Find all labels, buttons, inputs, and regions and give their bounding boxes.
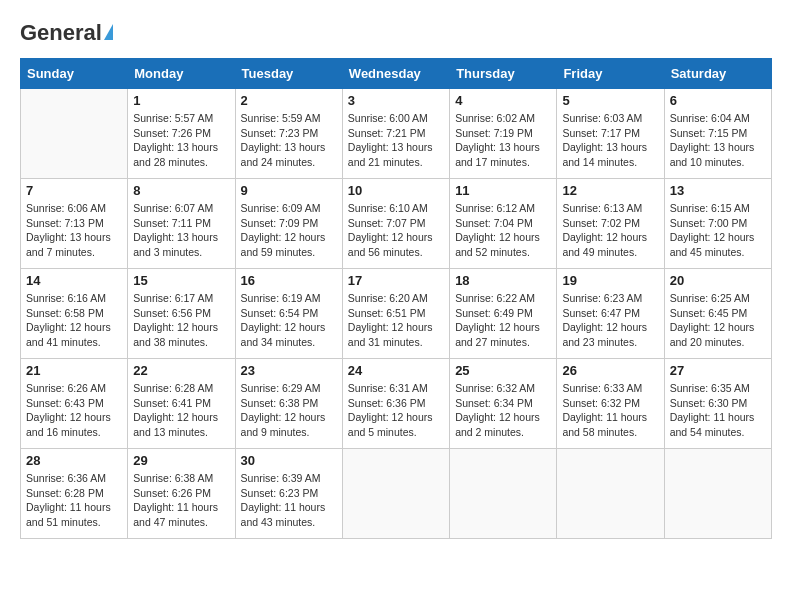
day-number: 26 [562,363,658,378]
day-number: 13 [670,183,766,198]
day-info: Sunrise: 6:35 AM Sunset: 6:30 PM Dayligh… [670,381,766,440]
day-info: Sunrise: 6:36 AM Sunset: 6:28 PM Dayligh… [26,471,122,530]
day-info: Sunrise: 6:38 AM Sunset: 6:26 PM Dayligh… [133,471,229,530]
day-info: Sunrise: 6:33 AM Sunset: 6:32 PM Dayligh… [562,381,658,440]
day-cell: 15Sunrise: 6:17 AM Sunset: 6:56 PM Dayli… [128,269,235,359]
day-number: 19 [562,273,658,288]
week-row-4: 21Sunrise: 6:26 AM Sunset: 6:43 PM Dayli… [21,359,772,449]
header-monday: Monday [128,59,235,89]
day-cell: 23Sunrise: 6:29 AM Sunset: 6:38 PM Dayli… [235,359,342,449]
day-info: Sunrise: 6:26 AM Sunset: 6:43 PM Dayligh… [26,381,122,440]
day-number: 22 [133,363,229,378]
day-info: Sunrise: 6:39 AM Sunset: 6:23 PM Dayligh… [241,471,337,530]
day-info: Sunrise: 6:29 AM Sunset: 6:38 PM Dayligh… [241,381,337,440]
day-cell: 8Sunrise: 6:07 AM Sunset: 7:11 PM Daylig… [128,179,235,269]
day-number: 20 [670,273,766,288]
day-number: 27 [670,363,766,378]
day-number: 17 [348,273,444,288]
day-info: Sunrise: 5:59 AM Sunset: 7:23 PM Dayligh… [241,111,337,170]
day-cell [342,449,449,539]
day-cell: 14Sunrise: 6:16 AM Sunset: 6:58 PM Dayli… [21,269,128,359]
header-friday: Friday [557,59,664,89]
day-info: Sunrise: 6:20 AM Sunset: 6:51 PM Dayligh… [348,291,444,350]
day-cell: 1Sunrise: 5:57 AM Sunset: 7:26 PM Daylig… [128,89,235,179]
day-cell [21,89,128,179]
day-number: 9 [241,183,337,198]
day-number: 16 [241,273,337,288]
day-number: 11 [455,183,551,198]
day-number: 12 [562,183,658,198]
day-info: Sunrise: 6:06 AM Sunset: 7:13 PM Dayligh… [26,201,122,260]
header-thursday: Thursday [450,59,557,89]
day-cell: 24Sunrise: 6:31 AM Sunset: 6:36 PM Dayli… [342,359,449,449]
day-info: Sunrise: 6:16 AM Sunset: 6:58 PM Dayligh… [26,291,122,350]
logo-general-text: General [20,20,102,46]
day-info: Sunrise: 6:09 AM Sunset: 7:09 PM Dayligh… [241,201,337,260]
day-cell: 9Sunrise: 6:09 AM Sunset: 7:09 PM Daylig… [235,179,342,269]
day-number: 6 [670,93,766,108]
day-info: Sunrise: 6:15 AM Sunset: 7:00 PM Dayligh… [670,201,766,260]
day-number: 2 [241,93,337,108]
day-cell [450,449,557,539]
day-cell: 27Sunrise: 6:35 AM Sunset: 6:30 PM Dayli… [664,359,771,449]
day-info: Sunrise: 6:10 AM Sunset: 7:07 PM Dayligh… [348,201,444,260]
day-number: 28 [26,453,122,468]
day-cell [664,449,771,539]
day-number: 8 [133,183,229,198]
day-number: 21 [26,363,122,378]
day-cell: 22Sunrise: 6:28 AM Sunset: 6:41 PM Dayli… [128,359,235,449]
day-cell: 2Sunrise: 5:59 AM Sunset: 7:23 PM Daylig… [235,89,342,179]
day-info: Sunrise: 6:04 AM Sunset: 7:15 PM Dayligh… [670,111,766,170]
week-row-5: 28Sunrise: 6:36 AM Sunset: 6:28 PM Dayli… [21,449,772,539]
logo-triangle-icon [104,24,113,40]
day-cell: 19Sunrise: 6:23 AM Sunset: 6:47 PM Dayli… [557,269,664,359]
day-number: 18 [455,273,551,288]
day-number: 25 [455,363,551,378]
day-info: Sunrise: 6:03 AM Sunset: 7:17 PM Dayligh… [562,111,658,170]
day-number: 29 [133,453,229,468]
header-wednesday: Wednesday [342,59,449,89]
day-cell [557,449,664,539]
day-number: 23 [241,363,337,378]
day-cell: 21Sunrise: 6:26 AM Sunset: 6:43 PM Dayli… [21,359,128,449]
day-cell: 29Sunrise: 6:38 AM Sunset: 6:26 PM Dayli… [128,449,235,539]
day-cell: 18Sunrise: 6:22 AM Sunset: 6:49 PM Dayli… [450,269,557,359]
day-info: Sunrise: 6:25 AM Sunset: 6:45 PM Dayligh… [670,291,766,350]
day-info: Sunrise: 6:07 AM Sunset: 7:11 PM Dayligh… [133,201,229,260]
day-info: Sunrise: 6:23 AM Sunset: 6:47 PM Dayligh… [562,291,658,350]
week-row-3: 14Sunrise: 6:16 AM Sunset: 6:58 PM Dayli… [21,269,772,359]
day-info: Sunrise: 6:13 AM Sunset: 7:02 PM Dayligh… [562,201,658,260]
day-info: Sunrise: 6:02 AM Sunset: 7:19 PM Dayligh… [455,111,551,170]
day-cell: 5Sunrise: 6:03 AM Sunset: 7:17 PM Daylig… [557,89,664,179]
week-row-2: 7Sunrise: 6:06 AM Sunset: 7:13 PM Daylig… [21,179,772,269]
day-cell: 26Sunrise: 6:33 AM Sunset: 6:32 PM Dayli… [557,359,664,449]
day-cell: 10Sunrise: 6:10 AM Sunset: 7:07 PM Dayli… [342,179,449,269]
day-info: Sunrise: 6:00 AM Sunset: 7:21 PM Dayligh… [348,111,444,170]
day-cell: 4Sunrise: 6:02 AM Sunset: 7:19 PM Daylig… [450,89,557,179]
day-number: 10 [348,183,444,198]
day-info: Sunrise: 6:19 AM Sunset: 6:54 PM Dayligh… [241,291,337,350]
day-cell: 7Sunrise: 6:06 AM Sunset: 7:13 PM Daylig… [21,179,128,269]
day-number: 4 [455,93,551,108]
day-info: Sunrise: 6:31 AM Sunset: 6:36 PM Dayligh… [348,381,444,440]
day-cell: 6Sunrise: 6:04 AM Sunset: 7:15 PM Daylig… [664,89,771,179]
day-cell: 30Sunrise: 6:39 AM Sunset: 6:23 PM Dayli… [235,449,342,539]
day-cell: 25Sunrise: 6:32 AM Sunset: 6:34 PM Dayli… [450,359,557,449]
day-number: 7 [26,183,122,198]
day-cell: 11Sunrise: 6:12 AM Sunset: 7:04 PM Dayli… [450,179,557,269]
calendar-header-row: SundayMondayTuesdayWednesdayThursdayFrid… [21,59,772,89]
calendar-table: SundayMondayTuesdayWednesdayThursdayFrid… [20,58,772,539]
day-cell: 20Sunrise: 6:25 AM Sunset: 6:45 PM Dayli… [664,269,771,359]
day-info: Sunrise: 6:28 AM Sunset: 6:41 PM Dayligh… [133,381,229,440]
page-header: General [20,20,772,42]
day-cell: 3Sunrise: 6:00 AM Sunset: 7:21 PM Daylig… [342,89,449,179]
day-number: 3 [348,93,444,108]
day-info: Sunrise: 5:57 AM Sunset: 7:26 PM Dayligh… [133,111,229,170]
day-info: Sunrise: 6:12 AM Sunset: 7:04 PM Dayligh… [455,201,551,260]
day-info: Sunrise: 6:17 AM Sunset: 6:56 PM Dayligh… [133,291,229,350]
day-number: 15 [133,273,229,288]
day-info: Sunrise: 6:22 AM Sunset: 6:49 PM Dayligh… [455,291,551,350]
day-number: 1 [133,93,229,108]
header-sunday: Sunday [21,59,128,89]
header-saturday: Saturday [664,59,771,89]
